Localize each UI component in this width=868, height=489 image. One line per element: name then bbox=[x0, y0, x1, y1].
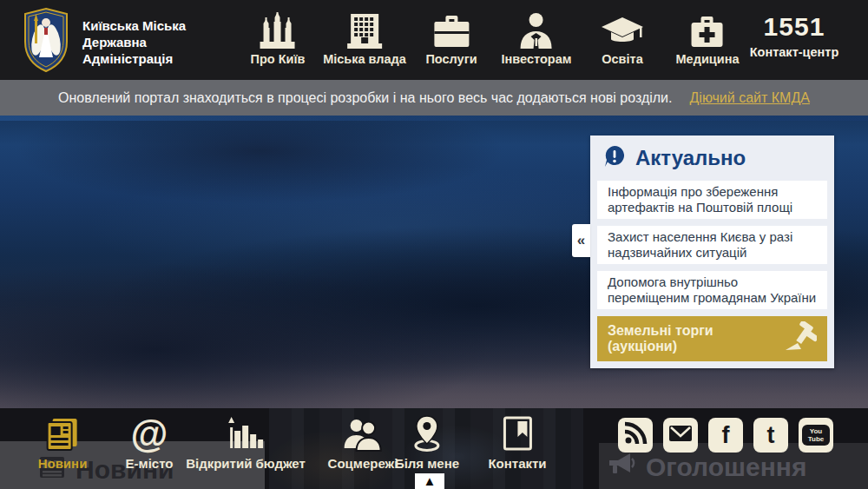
alert-bubble-icon bbox=[602, 144, 627, 172]
collapse-chevrons-icon: « bbox=[577, 232, 585, 249]
page: Київська Міська Державна Адміністрація П… bbox=[0, 0, 868, 489]
actual-panel-header: Актуально bbox=[590, 135, 834, 181]
nav-label-services: Послуги bbox=[425, 52, 477, 66]
facebook-button[interactable]: f bbox=[708, 418, 743, 453]
graduation-cap-icon bbox=[600, 9, 645, 49]
bottom-nav-news[interactable]: Новини bbox=[38, 413, 88, 471]
actual-panel: « Актуально Інформація про збереження ар… bbox=[590, 135, 834, 368]
nav-item-services[interactable]: Послуги bbox=[425, 9, 477, 66]
twitter-button[interactable]: t bbox=[753, 418, 788, 453]
contact-center-label: Контакт-центр bbox=[750, 45, 839, 59]
nav-item-medicine[interactable]: Медицина bbox=[676, 9, 740, 66]
address-book-icon bbox=[501, 413, 534, 452]
actual-item-artifacts[interactable]: Інформація про збереження артефактів на … bbox=[597, 181, 827, 219]
bottom-nav-label-social-networks: Соцмережі bbox=[328, 456, 398, 471]
site-header: Київська Міська Державна Адміністрація П… bbox=[0, 0, 868, 80]
nav-label-investors: Інвесторам bbox=[502, 52, 572, 66]
businessman-icon bbox=[517, 9, 556, 49]
nav-item-about-kyiv[interactable]: Про Київ bbox=[251, 9, 306, 66]
org-name-line-2: Державна bbox=[82, 34, 186, 50]
youtube-text-line-1: You bbox=[810, 427, 823, 435]
bottom-nav-contacts[interactable]: Контакти bbox=[488, 413, 546, 471]
nav-label-education: Освіта bbox=[602, 52, 642, 66]
notice-text: Оновлений портал знаходиться в процесі р… bbox=[58, 90, 672, 106]
nav-item-education[interactable]: Освіта bbox=[600, 9, 645, 66]
org-name: Київська Міська Державна Адміністрація bbox=[82, 17, 186, 67]
notice-bar: Оновлений портал знаходиться в процесі р… bbox=[0, 80, 868, 116]
actual-panel-title: Актуально bbox=[635, 146, 746, 170]
contact-center-number: 1551 bbox=[750, 10, 839, 43]
at-icon: @ bbox=[131, 413, 168, 452]
bottom-nav-label-ecity: Е-місто bbox=[126, 456, 174, 471]
land-auctions-label: Земельні торги (аукціони) bbox=[608, 323, 782, 354]
church-icon bbox=[257, 9, 299, 49]
bottom-nav-label-news: Новини bbox=[38, 456, 88, 471]
actual-item-land-auctions[interactable]: Земельні торги (аукціони) bbox=[597, 316, 827, 361]
bar-chart-icon bbox=[227, 413, 265, 452]
map-pin-icon bbox=[408, 413, 446, 452]
rss-button[interactable] bbox=[618, 418, 653, 453]
gavel-icon bbox=[782, 321, 817, 356]
social-links: f t You Tube bbox=[618, 418, 833, 453]
nav-item-city-government[interactable]: Міська влада bbox=[323, 9, 406, 66]
nav-label-medicine: Медицина bbox=[676, 52, 740, 66]
scroll-to-top-button[interactable]: ▲ bbox=[415, 473, 444, 489]
up-arrow-icon: ▲ bbox=[424, 473, 437, 489]
bottom-strip: Новини Оголошення Новини bbox=[0, 408, 868, 489]
building-icon bbox=[345, 9, 385, 49]
email-button[interactable] bbox=[663, 418, 698, 453]
bottom-nav-open-budget[interactable]: Відкритий бюджет bbox=[186, 413, 306, 471]
org-name-line-3: Адміністрація bbox=[82, 50, 186, 67]
actual-item-idp-help[interactable]: Допомога внутрішньо переміщеним громадян… bbox=[597, 271, 827, 309]
youtube-text-line-2: Tube bbox=[808, 435, 825, 443]
org-name-line-1: Київська Міська bbox=[82, 17, 186, 34]
briefcase-icon bbox=[431, 9, 471, 49]
newspaper-icon bbox=[44, 413, 81, 452]
facebook-icon: f bbox=[722, 424, 730, 447]
current-site-link[interactable]: Діючий сайт КМДА bbox=[689, 90, 809, 106]
actual-item-civil-protection[interactable]: Захист населення Києва у разі надзвичайн… bbox=[597, 226, 827, 264]
nav-label-about-kyiv: Про Київ bbox=[251, 52, 306, 66]
kyiv-coat-of-arms-icon bbox=[22, 7, 70, 76]
nav-item-investors[interactable]: Інвесторам bbox=[502, 9, 572, 66]
announcements-section-heading: Оголошення bbox=[608, 452, 806, 482]
bottom-nav-near-me[interactable]: Біля мене bbox=[395, 413, 459, 471]
bottom-nav-label-open-budget: Відкритий бюджет bbox=[186, 456, 306, 471]
contact-center[interactable]: 1551 Контакт-центр bbox=[750, 10, 839, 59]
bottom-nav-social-networks[interactable]: Соцмережі bbox=[328, 413, 398, 471]
people-icon bbox=[343, 413, 383, 452]
bottom-nav-label-contacts: Контакти bbox=[488, 456, 546, 471]
email-icon bbox=[668, 421, 693, 449]
bottom-nav-ecity[interactable]: @ Е-місто bbox=[126, 413, 174, 471]
panel-collapse-button[interactable]: « bbox=[572, 224, 590, 257]
youtube-icon: You Tube bbox=[802, 425, 830, 446]
brand[interactable]: Київська Міська Державна Адміністрація bbox=[22, 7, 186, 76]
nav-label-city-government: Міська влада bbox=[323, 52, 406, 66]
rss-icon bbox=[623, 421, 648, 449]
bottom-nav-label-near-me: Біля мене bbox=[395, 456, 459, 471]
announcements-heading-label: Оголошення bbox=[646, 453, 806, 482]
medical-bag-icon bbox=[688, 9, 727, 49]
megaphone-faint-icon bbox=[608, 452, 635, 482]
youtube-button[interactable]: You Tube bbox=[799, 418, 833, 453]
twitter-icon: t bbox=[767, 424, 775, 447]
